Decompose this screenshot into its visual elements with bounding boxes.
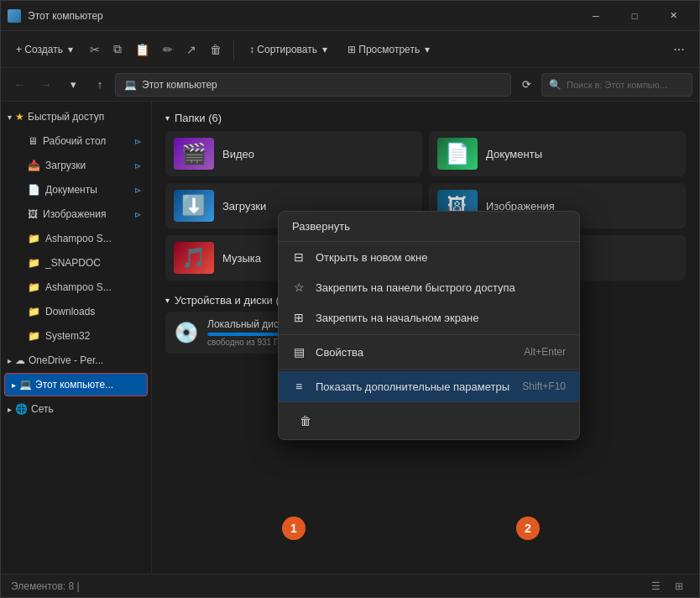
more-options-button[interactable]: ··· <box>666 36 692 63</box>
create-label: + Создать <box>16 44 63 55</box>
sidebar-item-label: System32 <box>45 330 90 342</box>
list-view-icon: ☰ <box>651 580 661 592</box>
sidebar-item-images[interactable]: 🖼 Изображения ⊳ <box>4 202 148 226</box>
sidebar-item-system32[interactable]: 📁 System32 <box>4 324 148 348</box>
sidebar-item-downloads-folder[interactable]: 📁 Downloads <box>4 300 148 323</box>
toolbar-icon-delete[interactable]: 🗑 <box>205 43 227 56</box>
address-path: Этот компьютер <box>142 79 217 91</box>
window: Этот компьютер ─ □ ✕ + Создать ▾ ✂ ⧉ 📋 ✏… <box>0 0 700 598</box>
grid-view-icon: ⊞ <box>675 580 683 592</box>
delete-icon: 🗑 <box>300 414 311 428</box>
sidebar-item-label: Ashampoo S... <box>45 281 112 293</box>
sidebar-item-desktop[interactable]: 🖥 Рабочий стол ⊳ <box>4 129 148 153</box>
sidebar-item-label: Ashampoo S... <box>45 233 112 244</box>
sort-label: ↕ Сортировать <box>249 44 317 55</box>
forward-icon: → <box>41 78 52 91</box>
minimize-button[interactable]: ─ <box>577 1 615 31</box>
pin-icon: ⊳ <box>134 210 141 219</box>
status-bar: Элементов: 8 | ☰ ⊞ <box>1 574 699 597</box>
sidebar-item-label: Downloads <box>45 306 95 317</box>
sidebar-item-label: Документы <box>45 184 97 196</box>
sort-button[interactable]: ↕ Сортировать ▾ <box>241 36 336 63</box>
window-controls: ─ □ ✕ <box>577 1 692 31</box>
folder-icon: 📄 <box>28 184 40 196</box>
sidebar-item-ashampoo1[interactable]: 📁 Ashampoo S... <box>4 227 148 250</box>
search-box[interactable]: 🔍 Поиск в: Этот компью... <box>541 73 692 97</box>
sort-arrow: ▾ <box>322 44 327 55</box>
toolbar-icon-share[interactable]: ↗ <box>181 43 201 56</box>
forward-button[interactable]: → <box>34 73 58 97</box>
view-label: ⊞ Просмотреть <box>347 44 420 55</box>
ctx-delete-area: 🗑 <box>279 401 579 439</box>
computer-icon: 💻 <box>19 379 32 391</box>
search-placeholder: Поиск в: Этот компью... <box>567 80 667 90</box>
location-icon: 💻 <box>124 79 137 91</box>
sidebar-item-downloads[interactable]: 📥 Загрузки ⊳ <box>4 154 148 177</box>
context-menu-header: Развернуть <box>279 212 579 242</box>
folder-icon: 🖼 <box>28 208 38 220</box>
thispc-item[interactable]: ▸ 💻 Этот компьюте... <box>4 373 148 396</box>
sidebar-item-label: Загрузки <box>45 160 86 171</box>
close-button[interactable]: ✕ <box>654 1 692 31</box>
sidebar-item-label: Рабочий стол <box>43 135 106 147</box>
folder-icon: 📁 <box>28 233 40 244</box>
maximize-button[interactable]: □ <box>615 1 654 31</box>
grid-view-button[interactable]: ⊞ <box>669 578 689 595</box>
pin-start-icon: ⊞ <box>292 311 306 324</box>
title-bar: Этот компьютер ─ □ ✕ <box>1 1 699 31</box>
chevron-right-icon: ▸ <box>12 380 16 390</box>
address-input[interactable]: 💻 Этот компьютер <box>115 73 511 97</box>
sidebar-item-snapdoc[interactable]: 📁 _SNAPDOC <box>4 251 148 275</box>
content-area: ▾ Папки (6) 🎬 Видео 📄 Документы <box>152 102 699 574</box>
view-button[interactable]: ⊞ Просмотреть ▾ <box>339 36 438 63</box>
toolbar-icon-paste[interactable]: 📋 <box>130 43 154 56</box>
pin-icon: ⊳ <box>134 186 141 195</box>
context-menu: Развернуть ⊟ Открыть в новом окне ☆ Закр… <box>278 211 580 440</box>
ctx-divider-1 <box>279 334 579 335</box>
back-button[interactable]: ← <box>8 73 31 97</box>
ctx-open-new-window-label: Открыть в новом окне <box>316 251 427 264</box>
create-button[interactable]: + Создать ▾ <box>8 36 81 63</box>
ctx-open-new-window[interactable]: ⊟ Открыть в новом окне <box>279 242 579 272</box>
sidebar: ▾ ★ Быстрый доступ 🖥 Рабочий стол ⊳ 📥 За… <box>1 102 152 574</box>
folder-icon: 📁 <box>28 306 40 317</box>
chevron-down-icon: ▾ <box>8 113 12 122</box>
ctx-properties[interactable]: ▤ Свойства Alt+Enter <box>279 337 579 367</box>
refresh-button[interactable]: ⟳ <box>515 73 538 97</box>
onedrive-label: OneDrive - Per... <box>29 354 103 366</box>
search-icon: 🔍 <box>549 79 562 91</box>
up-icon: ↑ <box>97 78 103 91</box>
toolbar-icon-rename[interactable]: ✏ <box>158 43 178 56</box>
toolbar-icon-cut[interactable]: ✂ <box>85 43 105 56</box>
onedrive-header[interactable]: ▸ ☁ OneDrive - Per... <box>1 349 151 372</box>
network-label: Сеть <box>31 403 54 415</box>
app-icon <box>8 9 21 23</box>
up-button[interactable]: ↑ <box>88 73 112 97</box>
ctx-pin-quick-access-label: Закрепить на панели быстрого доступа <box>316 281 515 294</box>
status-view-icons: ☰ ⊞ <box>645 578 689 595</box>
quick-access-header[interactable]: ▾ ★ Быстрый доступ <box>1 105 151 129</box>
ctx-properties-shortcut: Alt+Enter <box>524 346 566 358</box>
quick-access-label: Быстрый доступ <box>28 111 104 123</box>
context-menu-overlay: Развернуть ⊟ Открыть в новом окне ☆ Закр… <box>152 102 699 574</box>
ctx-show-more[interactable]: ≡ Показать дополнительные параметры Shif… <box>279 371 579 401</box>
list-view-button[interactable]: ☰ <box>645 578 666 595</box>
thispc-label: Этот компьюте... <box>35 379 113 391</box>
ctx-show-more-label: Показать дополнительные параметры <box>316 380 509 393</box>
address-bar: ← → ▾ ↑ 💻 Этот компьютер ⟳ 🔍 Поиск в: Эт… <box>1 68 699 102</box>
chevron-right-icon: ▸ <box>8 356 12 365</box>
folder-icon: 📥 <box>28 160 40 171</box>
ctx-pin-quick-access[interactable]: ☆ Закрепить на панели быстрого доступа <box>279 272 579 302</box>
pin-icon: ⊳ <box>134 161 141 170</box>
status-items-count: Элементов: 8 | <box>11 580 80 592</box>
open-new-window-icon: ⊟ <box>292 250 306 264</box>
network-header[interactable]: ▸ 🌐 Сеть <box>1 397 151 421</box>
sidebar-item-ashampoo2[interactable]: 📁 Ashampoo S... <box>4 275 148 299</box>
toolbar-icon-copy[interactable]: ⧉ <box>108 42 127 56</box>
ctx-delete-button[interactable]: 🗑 <box>292 409 319 433</box>
sidebar-item-documents[interactable]: 📄 Документы ⊳ <box>4 178 148 202</box>
dropdown-button[interactable]: ▾ <box>61 73 85 97</box>
main-area: ▾ ★ Быстрый доступ 🖥 Рабочий стол ⊳ 📥 За… <box>1 102 699 574</box>
pin-quick-access-icon: ☆ <box>292 281 306 294</box>
ctx-pin-start[interactable]: ⊞ Закрепить на начальном экране <box>279 302 579 333</box>
